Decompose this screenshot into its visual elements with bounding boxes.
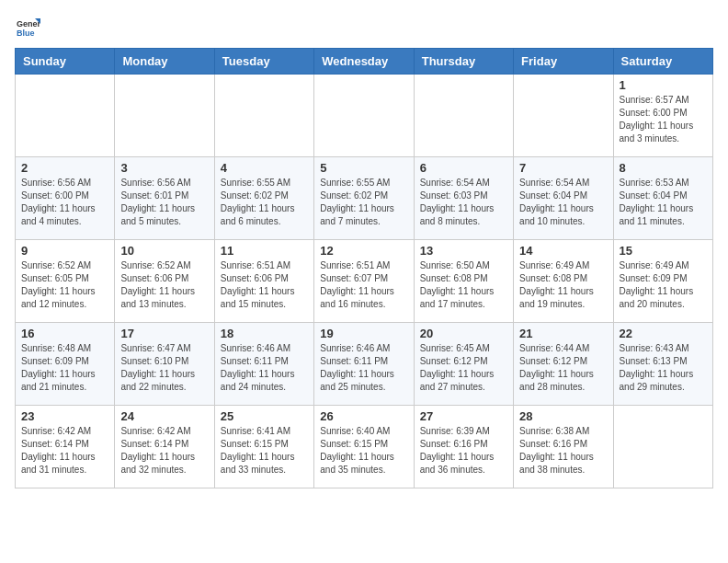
calendar-cell: 19Sunrise: 6:46 AM Sunset: 6:11 PM Dayli… xyxy=(314,323,414,406)
day-number: 3 xyxy=(120,161,208,175)
day-number: 25 xyxy=(221,409,308,423)
day-number: 2 xyxy=(21,161,108,175)
day-info: Sunrise: 6:38 AM Sunset: 6:16 PM Dayligh… xyxy=(519,425,607,477)
day-info: Sunrise: 6:46 AM Sunset: 6:11 PM Dayligh… xyxy=(320,342,407,394)
day-info: Sunrise: 6:52 AM Sunset: 6:05 PM Dayligh… xyxy=(21,259,108,311)
calendar-cell: 28Sunrise: 6:38 AM Sunset: 6:16 PM Dayli… xyxy=(514,406,613,488)
day-header-wednesday: Wednesday xyxy=(314,49,414,75)
day-number: 17 xyxy=(120,327,208,340)
calendar-cell: 21Sunrise: 6:44 AM Sunset: 6:12 PM Dayli… xyxy=(514,323,613,406)
calendar-cell: 22Sunrise: 6:43 AM Sunset: 6:13 PM Dayli… xyxy=(613,323,712,406)
calendar-cell xyxy=(16,75,115,157)
calendar-cell xyxy=(115,75,214,157)
calendar-cell: 16Sunrise: 6:48 AM Sunset: 6:09 PM Dayli… xyxy=(16,323,115,406)
calendar-cell: 26Sunrise: 6:40 AM Sunset: 6:15 PM Dayli… xyxy=(314,406,414,488)
day-info: Sunrise: 6:51 AM Sunset: 6:06 PM Dayligh… xyxy=(221,259,308,311)
day-number: 20 xyxy=(420,327,507,340)
day-info: Sunrise: 6:54 AM Sunset: 6:03 PM Dayligh… xyxy=(420,177,507,228)
day-number: 16 xyxy=(21,327,108,340)
day-info: Sunrise: 6:42 AM Sunset: 6:14 PM Dayligh… xyxy=(21,425,108,477)
day-number: 11 xyxy=(221,244,308,258)
day-number: 19 xyxy=(320,327,407,340)
calendar-cell: 25Sunrise: 6:41 AM Sunset: 6:15 PM Dayli… xyxy=(214,406,313,488)
calendar-cell: 8Sunrise: 6:53 AM Sunset: 6:04 PM Daylig… xyxy=(613,157,712,240)
day-info: Sunrise: 6:42 AM Sunset: 6:14 PM Dayligh… xyxy=(120,425,208,477)
day-number: 15 xyxy=(620,244,707,258)
calendar-cell: 24Sunrise: 6:42 AM Sunset: 6:14 PM Dayli… xyxy=(115,406,214,488)
calendar-cell: 9Sunrise: 6:52 AM Sunset: 6:05 PM Daylig… xyxy=(16,240,115,323)
calendar-week-row: 16Sunrise: 6:48 AM Sunset: 6:09 PM Dayli… xyxy=(16,323,713,406)
day-number: 22 xyxy=(620,327,707,340)
day-header-thursday: Thursday xyxy=(414,49,513,75)
day-header-saturday: Saturday xyxy=(613,49,712,75)
day-number: 18 xyxy=(221,327,308,340)
day-info: Sunrise: 6:44 AM Sunset: 6:12 PM Dayligh… xyxy=(519,342,607,394)
day-number: 14 xyxy=(519,244,607,258)
day-number: 27 xyxy=(420,409,507,423)
calendar-cell: 14Sunrise: 6:49 AM Sunset: 6:08 PM Dayli… xyxy=(514,240,613,323)
calendar-cell: 6Sunrise: 6:54 AM Sunset: 6:03 PM Daylig… xyxy=(414,157,513,240)
calendar-cell: 5Sunrise: 6:55 AM Sunset: 6:02 PM Daylig… xyxy=(314,157,414,240)
calendar-cell: 20Sunrise: 6:45 AM Sunset: 6:12 PM Dayli… xyxy=(414,323,513,406)
day-info: Sunrise: 6:57 AM Sunset: 6:00 PM Dayligh… xyxy=(620,94,707,145)
calendar-cell xyxy=(214,75,313,157)
calendar-table: SundayMondayTuesdayWednesdayThursdayFrid… xyxy=(15,48,713,488)
day-info: Sunrise: 6:45 AM Sunset: 6:12 PM Dayligh… xyxy=(420,342,507,394)
calendar-cell: 3Sunrise: 6:56 AM Sunset: 6:01 PM Daylig… xyxy=(115,157,214,240)
day-info: Sunrise: 6:54 AM Sunset: 6:04 PM Dayligh… xyxy=(519,177,607,228)
day-number: 23 xyxy=(21,409,108,423)
calendar-week-row: 23Sunrise: 6:42 AM Sunset: 6:14 PM Dayli… xyxy=(16,406,713,488)
calendar-cell: 4Sunrise: 6:55 AM Sunset: 6:02 PM Daylig… xyxy=(214,157,313,240)
calendar-header-row: SundayMondayTuesdayWednesdayThursdayFrid… xyxy=(16,49,713,75)
day-number: 1 xyxy=(620,78,707,92)
calendar-cell: 18Sunrise: 6:46 AM Sunset: 6:11 PM Dayli… xyxy=(214,323,313,406)
day-number: 7 xyxy=(519,161,607,175)
calendar-cell: 23Sunrise: 6:42 AM Sunset: 6:14 PM Dayli… xyxy=(16,406,115,488)
calendar-cell xyxy=(514,75,613,157)
calendar-cell: 17Sunrise: 6:47 AM Sunset: 6:10 PM Dayli… xyxy=(115,323,214,406)
day-number: 8 xyxy=(620,161,707,175)
day-info: Sunrise: 6:49 AM Sunset: 6:08 PM Dayligh… xyxy=(519,259,607,311)
calendar-cell: 10Sunrise: 6:52 AM Sunset: 6:06 PM Dayli… xyxy=(115,240,214,323)
page-header: General Blue xyxy=(15,15,713,40)
calendar-cell: 27Sunrise: 6:39 AM Sunset: 6:16 PM Dayli… xyxy=(414,406,513,488)
day-number: 6 xyxy=(420,161,507,175)
day-info: Sunrise: 6:55 AM Sunset: 6:02 PM Dayligh… xyxy=(320,177,407,228)
calendar-cell: 13Sunrise: 6:50 AM Sunset: 6:08 PM Dayli… xyxy=(414,240,513,323)
day-number: 13 xyxy=(420,244,507,258)
calendar-cell xyxy=(414,75,513,157)
day-info: Sunrise: 6:49 AM Sunset: 6:09 PM Dayligh… xyxy=(620,259,707,311)
day-info: Sunrise: 6:52 AM Sunset: 6:06 PM Dayligh… xyxy=(120,259,208,311)
day-info: Sunrise: 6:51 AM Sunset: 6:07 PM Dayligh… xyxy=(320,259,407,311)
day-info: Sunrise: 6:41 AM Sunset: 6:15 PM Dayligh… xyxy=(221,425,308,477)
day-number: 21 xyxy=(519,327,607,340)
calendar-cell: 15Sunrise: 6:49 AM Sunset: 6:09 PM Dayli… xyxy=(613,240,712,323)
calendar-week-row: 9Sunrise: 6:52 AM Sunset: 6:05 PM Daylig… xyxy=(16,240,713,323)
day-header-monday: Monday xyxy=(115,49,214,75)
calendar-cell xyxy=(314,75,414,157)
day-info: Sunrise: 6:47 AM Sunset: 6:10 PM Dayligh… xyxy=(120,342,208,394)
day-info: Sunrise: 6:55 AM Sunset: 6:02 PM Dayligh… xyxy=(221,177,308,228)
day-number: 24 xyxy=(120,409,208,423)
day-number: 5 xyxy=(320,161,407,175)
calendar-cell: 12Sunrise: 6:51 AM Sunset: 6:07 PM Dayli… xyxy=(314,240,414,323)
calendar-week-row: 2Sunrise: 6:56 AM Sunset: 6:00 PM Daylig… xyxy=(16,157,713,240)
day-info: Sunrise: 6:53 AM Sunset: 6:04 PM Dayligh… xyxy=(620,177,707,228)
day-number: 9 xyxy=(21,244,108,258)
calendar-cell: 11Sunrise: 6:51 AM Sunset: 6:06 PM Dayli… xyxy=(214,240,313,323)
day-info: Sunrise: 6:39 AM Sunset: 6:16 PM Dayligh… xyxy=(420,425,507,477)
svg-text:General: General xyxy=(17,19,40,29)
day-info: Sunrise: 6:50 AM Sunset: 6:08 PM Dayligh… xyxy=(420,259,507,311)
day-info: Sunrise: 6:56 AM Sunset: 6:01 PM Dayligh… xyxy=(120,177,208,228)
logo: General Blue xyxy=(15,15,44,40)
day-header-sunday: Sunday xyxy=(16,49,115,75)
day-number: 12 xyxy=(320,244,407,258)
logo-icon: General Blue xyxy=(15,15,40,40)
day-info: Sunrise: 6:56 AM Sunset: 6:00 PM Dayligh… xyxy=(21,177,108,228)
calendar-cell: 1Sunrise: 6:57 AM Sunset: 6:00 PM Daylig… xyxy=(613,75,712,157)
day-info: Sunrise: 6:48 AM Sunset: 6:09 PM Dayligh… xyxy=(21,342,108,394)
calendar-week-row: 1Sunrise: 6:57 AM Sunset: 6:00 PM Daylig… xyxy=(16,75,713,157)
day-header-tuesday: Tuesday xyxy=(214,49,313,75)
day-header-friday: Friday xyxy=(514,49,613,75)
calendar-cell xyxy=(613,406,712,488)
